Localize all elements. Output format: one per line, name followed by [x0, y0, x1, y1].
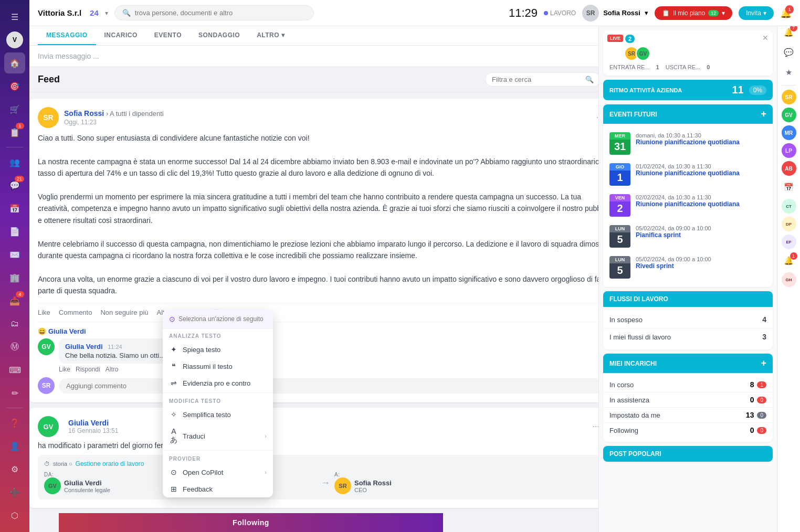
- sidebar-email[interactable]: ✉️: [4, 244, 25, 265]
- sidebar-tasks[interactable]: 🎯: [4, 76, 25, 97]
- copilot-search-input[interactable]: [178, 315, 267, 323]
- eventi-title: EVENTI FUTURI: [609, 111, 657, 118]
- far-avatar-1[interactable]: SR: [782, 90, 796, 104]
- copilot-spiega[interactable]: ✦ Spiega testo: [163, 341, 273, 358]
- event-3-info: 02/02/2024, da 10:30 a 11:30 Riunione pi…: [636, 194, 766, 208]
- far-avatar-5[interactable]: AB: [782, 161, 796, 176]
- company-chevron[interactable]: ▾: [105, 9, 108, 17]
- tab-incarico[interactable]: INCARICO: [96, 26, 146, 45]
- flussi-item-1[interactable]: In sospeso 4: [603, 311, 773, 328]
- ritmo-value: 11: [732, 84, 743, 96]
- sidebar-people[interactable]: 👥: [4, 152, 25, 173]
- event-4-name[interactable]: Pianifica sprint: [636, 231, 766, 239]
- tab-sondaggio[interactable]: SONDAGGIO: [190, 26, 248, 45]
- new-comment-input[interactable]: [59, 378, 613, 393]
- sidebar-logo-bottom[interactable]: ⬡: [4, 505, 25, 526]
- piano-chevron: ▾: [722, 9, 725, 17]
- far-avatar-2[interactable]: GV: [782, 108, 796, 122]
- far-avatar-4[interactable]: LP: [782, 143, 796, 158]
- sidebar-widget[interactable]: Ⓜ: [4, 336, 25, 357]
- user-avatar[interactable]: SR: [582, 5, 599, 22]
- copilot-riassumi[interactable]: ❝ Riassumi il testo: [163, 358, 273, 375]
- copilot-open[interactable]: ⊙ Open CoPilot ›: [163, 464, 273, 481]
- sidebar-shop[interactable]: 🛒: [4, 99, 25, 120]
- far-avatar-6[interactable]: CT: [782, 199, 796, 214]
- provider-link[interactable]: Gestione orario di lavoro: [76, 460, 144, 467]
- tab-altro[interactable]: ALTRO ▾: [248, 26, 293, 45]
- piano-label: Il mio piano: [673, 9, 705, 17]
- inc-item-1[interactable]: In corso 8 1: [603, 377, 773, 392]
- sidebar-calendar[interactable]: 📅: [4, 198, 25, 219]
- sidebar-add[interactable]: ➕: [4, 482, 25, 503]
- sidebar-edit[interactable]: ✏: [4, 382, 25, 403]
- live-entrata-label: ENTRATA RE...: [609, 64, 650, 70]
- notification-bell[interactable]: 🔔 1: [780, 7, 792, 19]
- far-chat-icon[interactable]: 💬: [780, 43, 798, 62]
- copilot-evidenzia-label: Evidenzia pro e contro: [183, 379, 250, 387]
- eventi-add-icon[interactable]: +: [761, 109, 766, 120]
- search-input[interactable]: [135, 9, 306, 17]
- copilot-search[interactable]: ⊙: [163, 310, 273, 329]
- tab-messaggio[interactable]: MESSAGGIO: [38, 26, 96, 45]
- global-search[interactable]: 🔍: [114, 5, 314, 20]
- comment-button[interactable]: Commento: [59, 308, 92, 316]
- sidebar-home[interactable]: 🏠: [4, 52, 25, 73]
- sidebar-chat[interactable]: 💬 21: [4, 175, 25, 196]
- inc-item-following[interactable]: Following 0 0: [603, 423, 773, 438]
- user-chevron[interactable]: ▾: [645, 9, 648, 17]
- far-notify-icon[interactable]: 🔔 1: [780, 251, 798, 270]
- to-name: Sofia Rossi: [354, 479, 392, 487]
- sidebar-inbox[interactable]: 📥 4: [4, 290, 25, 311]
- reaction-user[interactable]: Giulia Verdi: [48, 327, 86, 335]
- incarichi-add-icon[interactable]: +: [761, 358, 766, 369]
- sidebar-help[interactable]: ❓: [4, 412, 25, 433]
- flussi-item-2[interactable]: I miei flussi di lavoro 3: [603, 328, 773, 345]
- event-5-name[interactable]: Rivedi sprint: [636, 262, 766, 270]
- event-4-info: 05/02/2024, da 09:00 a 10:00 Pianifica s…: [636, 225, 766, 239]
- sidebar-notes[interactable]: 📋 1: [4, 122, 25, 143]
- copilot-semplifica[interactable]: ✧ Semplifica testo: [163, 406, 273, 423]
- event-1-name[interactable]: Riunione pianificazione quotidiana: [636, 139, 766, 146]
- sidebar-docs[interactable]: 📄: [4, 221, 25, 242]
- event-5-daynum: 5: [609, 263, 630, 279]
- far-avatar-3[interactable]: MR: [782, 125, 796, 140]
- comment-1-author: Giulia Verdi: [65, 343, 103, 350]
- comment-altro[interactable]: Altro: [106, 366, 119, 373]
- copilot-evidenzia[interactable]: ⇌ Evidenzia pro e contro: [163, 375, 273, 391]
- topbar: Vittoria S.r.l 24 ▾ 🔍 11:29 LAVORO SR So…: [29, 0, 800, 26]
- invita-button[interactable]: Invita ▾: [739, 6, 774, 20]
- tab-evento[interactable]: EVENTO: [146, 26, 190, 45]
- far-avatar-9[interactable]: GH: [782, 272, 796, 287]
- sidebar-team[interactable]: 👤: [4, 435, 25, 456]
- far-star-icon[interactable]: ★: [780, 63, 798, 82]
- comment-section: 😄 Giulia Verdi GV Giulia Verdi 11:24 Che…: [38, 322, 613, 394]
- inc-item-2[interactable]: In assistenza 0 0: [603, 392, 773, 408]
- event-2-name[interactable]: Riunione pianificazione quotidiana: [636, 169, 766, 177]
- unfollow-button[interactable]: Non seguire più: [100, 308, 148, 316]
- piano-button[interactable]: 📋 Il mio piano 12 ▾: [655, 6, 732, 20]
- event-4-time: 05/02/2024, da 09:00 a 10:00: [636, 225, 766, 231]
- open-icon: ⊙: [169, 468, 178, 476]
- message-input[interactable]: Invia messaggio ...: [29, 46, 622, 67]
- live-close-icon[interactable]: ✕: [762, 34, 769, 42]
- sidebar-code[interactable]: ⌨: [4, 359, 25, 380]
- like-button[interactable]: Like: [38, 308, 50, 316]
- event-3-name[interactable]: Riunione pianificazione quotidiana: [636, 200, 766, 208]
- sidebar-chat-badge: 21: [15, 176, 24, 182]
- inc-item-3[interactable]: Impostato da me 13 0: [603, 408, 773, 423]
- comment-like[interactable]: Like: [59, 366, 70, 373]
- far-calendar-icon[interactable]: 📅: [780, 178, 798, 197]
- feed-search[interactable]: 🔍: [485, 72, 601, 87]
- comment-reply[interactable]: Rispondi: [76, 366, 100, 373]
- inc-badge-following: 0: [757, 427, 766, 434]
- sidebar-archive[interactable]: 🗂: [4, 313, 25, 334]
- feed-search-input[interactable]: [492, 76, 582, 83]
- far-avatar-7[interactable]: DP: [782, 217, 796, 231]
- copilot-feedback[interactable]: ⊞ Feedback: [163, 481, 273, 497]
- flussi-label-1: In sospeso: [609, 316, 643, 324]
- far-avatar-8[interactable]: EF: [782, 235, 796, 249]
- sidebar-settings[interactable]: ⚙: [4, 459, 25, 480]
- menu-toggle[interactable]: ☰: [4, 6, 25, 27]
- copilot-traduci[interactable]: Aあ Traduci ›: [163, 423, 273, 449]
- sidebar-org[interactable]: 🏢: [4, 267, 25, 288]
